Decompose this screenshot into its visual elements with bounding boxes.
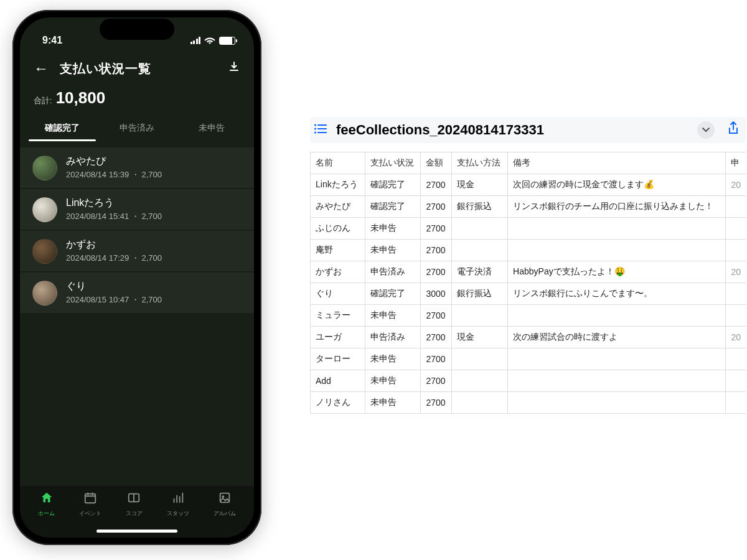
cell-method[interactable]: 現金 <box>452 174 508 196</box>
table-row[interactable]: ぐり確認完了3000銀行振込リンスポ銀行にふりこんでます〜。 <box>311 283 746 305</box>
cell-amount[interactable]: 3000 <box>421 283 452 305</box>
cell-method[interactable]: 電子決済 <box>452 261 508 283</box>
list-item[interactable]: かずお 2024/08/14 17:29 ・ 2,700 <box>20 231 254 271</box>
cell-note[interactable]: 次回の練習の時に現金で渡します💰 <box>508 174 726 196</box>
cell-amount[interactable]: 2700 <box>421 327 452 348</box>
cell-name[interactable]: ミュラー <box>311 305 365 327</box>
cell-note[interactable] <box>508 392 726 414</box>
cell-note[interactable] <box>508 305 726 327</box>
cell-amount[interactable]: 2700 <box>421 218 452 240</box>
list-item[interactable]: Linkたろう 2024/08/14 15:41 ・ 2,700 <box>20 189 254 230</box>
cell-extra[interactable]: 20 <box>726 327 746 348</box>
cell-name[interactable]: かずお <box>311 261 365 283</box>
cell-name[interactable]: 庵野 <box>311 240 365 261</box>
cell-name[interactable]: Linkたろう <box>311 174 365 196</box>
cell-note[interactable] <box>508 348 726 370</box>
share-button[interactable] <box>727 121 740 139</box>
tab-confirmed[interactable]: 確認完了 <box>25 116 100 141</box>
table-row[interactable]: ノリさん未申告2700 <box>311 392 746 414</box>
back-button[interactable]: ← <box>34 60 49 77</box>
col-name[interactable]: 名前 <box>311 152 365 174</box>
cell-amount[interactable]: 2700 <box>421 196 452 218</box>
cell-extra[interactable] <box>726 196 746 218</box>
cell-status[interactable]: 未申告 <box>365 218 421 240</box>
table-row[interactable]: ターロー未申告2700 <box>311 348 746 370</box>
cell-extra[interactable] <box>726 392 746 414</box>
cell-amount[interactable]: 2700 <box>421 392 452 414</box>
cell-name[interactable]: ふじのん <box>311 218 365 240</box>
cell-method[interactable] <box>452 392 508 414</box>
cell-status[interactable]: 未申告 <box>365 392 421 414</box>
tab-home[interactable]: ホーム <box>38 491 55 523</box>
col-note[interactable]: 備考 <box>508 152 726 174</box>
cell-status[interactable]: 未申告 <box>365 370 421 392</box>
cell-status[interactable]: 確認完了 <box>365 174 421 196</box>
cell-status[interactable]: 未申告 <box>365 240 421 261</box>
cell-extra[interactable]: 20 <box>726 174 746 196</box>
cell-extra[interactable] <box>726 305 746 327</box>
table-row[interactable]: みやたぴ確認完了2700銀行振込リンスポ銀行のチーム用の口座に振り込みました！ <box>311 196 746 218</box>
cell-method[interactable] <box>452 218 508 240</box>
table-row[interactable]: 庵野未申告2700 <box>311 240 746 261</box>
cell-note[interactable] <box>508 240 726 261</box>
tab-stats[interactable]: スタッツ <box>167 491 189 523</box>
cell-name[interactable]: ユーガ <box>311 327 365 348</box>
cell-amount[interactable]: 2700 <box>421 305 452 327</box>
tab-event[interactable]: イベント <box>79 491 101 523</box>
col-amount[interactable]: 金額 <box>421 152 452 174</box>
table-row[interactable]: ユーガ申告済み2700現金次の練習試合の時に渡すよ20 <box>311 327 746 348</box>
table-row[interactable]: Add未申告2700 <box>311 370 746 392</box>
cell-method[interactable] <box>452 305 508 327</box>
cell-amount[interactable]: 2700 <box>421 261 452 283</box>
cell-name[interactable]: ターロー <box>311 348 365 370</box>
col-extra[interactable]: 申 <box>726 152 746 174</box>
cell-name[interactable]: ぐり <box>311 283 365 305</box>
tab-score[interactable]: スコア <box>126 491 143 523</box>
cell-amount[interactable]: 2700 <box>421 348 452 370</box>
tab-declared[interactable]: 申告済み <box>100 116 174 141</box>
expand-button[interactable] <box>697 121 715 139</box>
cell-method[interactable]: 銀行振込 <box>452 196 508 218</box>
cell-extra[interactable] <box>726 348 746 370</box>
list-item[interactable]: みやたぴ 2024/08/14 15:39 ・ 2,700 <box>20 147 254 188</box>
cell-status[interactable]: 未申告 <box>365 348 421 370</box>
cell-extra[interactable]: 20 <box>726 261 746 283</box>
cell-amount[interactable]: 2700 <box>421 240 452 261</box>
cell-note[interactable] <box>508 218 726 240</box>
list-item[interactable]: ぐり 2024/08/15 10:47 ・ 2,700 <box>20 273 254 313</box>
cell-method[interactable]: 現金 <box>452 327 508 348</box>
cell-status[interactable]: 申告済み <box>365 261 421 283</box>
cell-amount[interactable]: 2700 <box>421 370 452 392</box>
cell-note[interactable]: リンスポ銀行のチーム用の口座に振り込みました！ <box>508 196 726 218</box>
cell-method[interactable] <box>452 348 508 370</box>
tab-album[interactable]: アルバム <box>214 491 236 523</box>
table-row[interactable]: Linkたろう確認完了2700現金次回の練習の時に現金で渡します💰20 <box>311 174 746 196</box>
table-row[interactable]: かずお申告済み2700電子決済HabbyPayで支払ったよ！🤑20 <box>311 261 746 283</box>
cell-extra[interactable] <box>726 283 746 305</box>
cell-note[interactable] <box>508 370 726 392</box>
cell-method[interactable] <box>452 240 508 261</box>
cell-status[interactable]: 確認完了 <box>365 196 421 218</box>
cell-note[interactable]: リンスポ銀行にふりこんでます〜。 <box>508 283 726 305</box>
cell-note[interactable]: 次の練習試合の時に渡すよ <box>508 327 726 348</box>
cell-name[interactable]: Add <box>311 370 365 392</box>
cell-status[interactable]: 未申告 <box>365 305 421 327</box>
cell-amount[interactable]: 2700 <box>421 174 452 196</box>
cell-status[interactable]: 申告済み <box>365 327 421 348</box>
cell-extra[interactable] <box>726 370 746 392</box>
col-method[interactable]: 支払い方法 <box>452 152 508 174</box>
table-row[interactable]: ミュラー未申告2700 <box>311 305 746 327</box>
cell-status[interactable]: 確認完了 <box>365 283 421 305</box>
cell-extra[interactable] <box>726 218 746 240</box>
download-button[interactable] <box>228 61 240 77</box>
cell-name[interactable]: ノリさん <box>311 392 365 414</box>
cell-method[interactable] <box>452 370 508 392</box>
cell-extra[interactable] <box>726 240 746 261</box>
cell-method[interactable]: 銀行振込 <box>452 283 508 305</box>
table-row[interactable]: ふじのん未申告2700 <box>311 218 746 240</box>
cell-note[interactable]: HabbyPayで支払ったよ！🤑 <box>508 261 726 283</box>
list-icon[interactable] <box>314 122 327 138</box>
cell-name[interactable]: みやたぴ <box>311 196 365 218</box>
tab-undeclared[interactable]: 未申告 <box>174 116 249 141</box>
col-status[interactable]: 支払い状況 <box>365 152 421 174</box>
